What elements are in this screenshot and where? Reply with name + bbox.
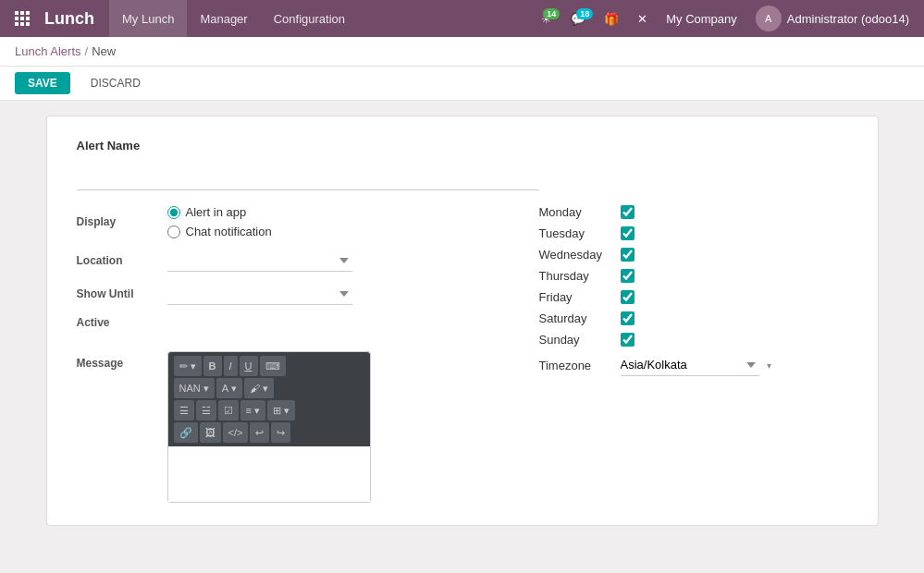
day-label-wednesday: Wednesday: [539, 248, 613, 262]
navbar-menu: My Lunch Manager Configuration: [109, 0, 530, 37]
day-row-wednesday: Wednesday: [539, 248, 835, 262]
toolbar-redo-btn[interactable]: ↪: [271, 422, 290, 443]
chat-icon-btn[interactable]: 💬 18: [563, 8, 593, 30]
toolbar-italic-btn[interactable]: I: [224, 356, 238, 376]
toolbar-bold-btn[interactable]: B: [203, 356, 222, 376]
toolbar-checklist-btn[interactable]: ☑: [218, 400, 239, 421]
company-name[interactable]: My Company: [659, 12, 745, 26]
radio-alert-in-app[interactable]: Alert in app: [167, 205, 502, 219]
location-select[interactable]: [167, 250, 352, 272]
breadcrumb: Lunch Alerts / New: [0, 37, 924, 67]
toolbar-nan-btn[interactable]: NAN ▾: [174, 378, 215, 398]
toolbar-row-3: ☰ ☱ ☑ ≡ ▾ ⊞ ▾: [174, 400, 364, 421]
radio-chat-notification[interactable]: Chat notification: [167, 225, 502, 238]
form-card: Alert Name Display Alert in app: [46, 116, 879, 526]
breadcrumb-separator: /: [85, 44, 89, 58]
display-label: Display: [77, 215, 160, 228]
toolbar-color-a-btn[interactable]: A ▾: [216, 378, 242, 398]
display-field-row: Display Alert in app Chat notification: [77, 205, 502, 238]
toolbar-code-btn[interactable]: </>: [223, 422, 249, 443]
navbar: Lunch My Lunch Manager Configuration ☀ 1…: [0, 0, 924, 37]
display-radio-group: Alert in app Chat notification: [167, 205, 502, 238]
timezone-select[interactable]: Asia/Kolkata: [621, 354, 759, 376]
day-row-friday: Friday: [539, 290, 835, 304]
timezone-label: Timezone: [539, 359, 613, 372]
day-label-thursday: Thursday: [539, 269, 613, 283]
day-checkbox-thursday[interactable]: [621, 269, 634, 283]
toolbar-undo-btn[interactable]: ↩: [250, 422, 269, 443]
day-checkbox-saturday[interactable]: [621, 311, 634, 325]
toolbar-table-btn[interactable]: ⊞ ▾: [267, 400, 295, 421]
app-brand: Lunch: [41, 9, 105, 29]
toolbar-align-btn[interactable]: ≡ ▾: [240, 400, 265, 421]
toolbar-ol-btn[interactable]: ☱: [196, 400, 216, 421]
star-badge: 14: [543, 8, 560, 19]
close-icon-btn[interactable]: ✕: [630, 8, 655, 30]
toolbar-row-1: ✏ ▾ B I U ⌨: [174, 356, 364, 376]
active-label: Active: [77, 316, 160, 329]
toolbar-font-btn[interactable]: ⌨: [260, 356, 286, 376]
toolbar-pen-btn[interactable]: ✏ ▾: [174, 356, 202, 376]
show-until-select[interactable]: [167, 283, 352, 305]
days-container: MondayTuesdayWednesdayThursdayFridaySatu…: [539, 205, 835, 347]
day-label-monday: Monday: [539, 205, 613, 219]
day-label-sunday: Sunday: [539, 333, 613, 347]
location-value: [167, 250, 502, 272]
toolbar-row-2: NAN ▾ A ▾ 🖌 ▾: [174, 378, 364, 398]
editor-toolbar: ✏ ▾ B I U ⌨ NAN ▾ A ▾ 🖌 ▾: [168, 352, 370, 446]
alert-name-input[interactable]: [77, 167, 539, 190]
user-name: Administrator (odoo14): [787, 12, 909, 26]
day-checkbox-friday[interactable]: [621, 290, 634, 304]
location-label: Location: [77, 254, 160, 267]
form-left: Display Alert in app Chat notification: [77, 205, 502, 503]
day-row-sunday: Sunday: [539, 333, 835, 347]
user-menu[interactable]: A Administrator (odoo14): [748, 6, 917, 31]
breadcrumb-parent-link[interactable]: Lunch Alerts: [15, 44, 81, 58]
nav-configuration[interactable]: Configuration: [261, 0, 358, 37]
display-options: Alert in app Chat notification: [167, 205, 502, 238]
day-checkbox-monday[interactable]: [621, 205, 634, 219]
day-row-thursday: Thursday: [539, 269, 835, 283]
save-button[interactable]: SAVE: [15, 72, 70, 94]
day-row-saturday: Saturday: [539, 311, 835, 325]
day-checkbox-sunday[interactable]: [621, 333, 634, 347]
message-field-row: Message ✏ ▾ B I U ⌨: [77, 351, 502, 503]
location-field-row: Location: [77, 250, 502, 272]
day-label-friday: Friday: [539, 290, 613, 304]
message-label: Message: [77, 351, 160, 370]
day-row-monday: Monday: [539, 205, 835, 219]
active-field-row: Active: [77, 316, 502, 329]
chat-badge: 18: [576, 8, 593, 19]
alert-name-label: Alert Name: [77, 139, 848, 152]
toolbar-image-btn[interactable]: 🖼: [200, 422, 221, 443]
message-editor: ✏ ▾ B I U ⌨ NAN ▾ A ▾ 🖌 ▾: [167, 351, 371, 503]
show-until-value: [167, 283, 502, 305]
radio-alert-in-app-input[interactable]: [167, 206, 180, 219]
day-checkbox-wednesday[interactable]: [621, 248, 634, 262]
nav-manager[interactable]: Manager: [187, 0, 260, 37]
avatar: A: [756, 6, 782, 31]
day-row-tuesday: Tuesday: [539, 226, 835, 240]
star-icon-btn[interactable]: ☀ 14: [534, 8, 560, 30]
day-checkbox-tuesday[interactable]: [621, 226, 634, 240]
editor-body[interactable]: [168, 446, 370, 502]
form-right: MondayTuesdayWednesdayThursdayFridaySatu…: [539, 205, 835, 503]
apps-icon[interactable]: [7, 6, 37, 31]
toolbar-underline-btn[interactable]: U: [240, 356, 258, 376]
breadcrumb-current: New: [92, 44, 116, 58]
day-label-tuesday: Tuesday: [539, 226, 613, 240]
show-until-field-row: Show Until: [77, 283, 502, 305]
radio-chat-notification-input[interactable]: [167, 226, 180, 238]
day-label-saturday: Saturday: [539, 311, 613, 325]
alert-name-field-group: Alert Name: [77, 139, 848, 190]
nav-my-lunch[interactable]: My Lunch: [109, 0, 187, 37]
discard-button[interactable]: DISCARD: [78, 72, 154, 94]
form-main-row: Display Alert in app Chat notification: [77, 205, 848, 503]
toolbar-highlight-btn[interactable]: 🖌 ▾: [244, 378, 274, 398]
main-content: Alert Name Display Alert in app: [0, 101, 924, 572]
toolbar-ul-btn[interactable]: ☰: [174, 400, 194, 421]
toolbar-link-btn[interactable]: 🔗: [174, 422, 198, 443]
toolbar-row-4: 🔗 🖼 </> ↩ ↪: [174, 422, 364, 443]
gift-icon-btn[interactable]: 🎁: [597, 8, 626, 30]
navbar-right: ☀ 14 💬 18 🎁 ✕ My Company A Administrator…: [534, 6, 917, 31]
